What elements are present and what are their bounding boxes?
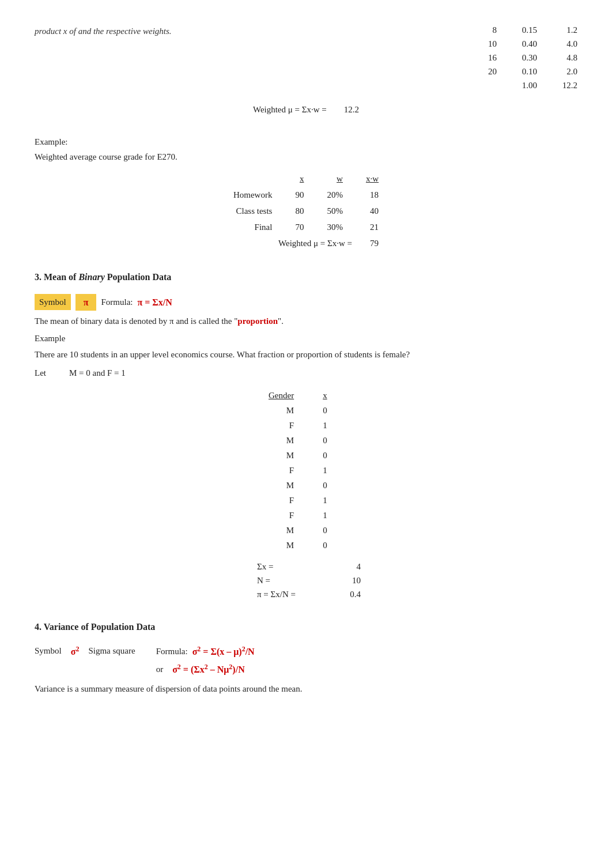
n-value: 10 <box>352 573 361 587</box>
variance-formula-line2: or σ2 = (Σx2 – Nμ2)/N <box>156 662 255 677</box>
gender-cell: M <box>251 403 305 418</box>
table-row: M0 <box>251 433 345 448</box>
x-cell: 0 <box>305 538 345 553</box>
section4-number: 4. <box>35 622 41 632</box>
x-cell: 0 <box>305 403 345 418</box>
x-cell: 0 <box>305 523 345 538</box>
variance-sigma-plain: Sigma square <box>88 644 135 658</box>
course-weighted-value: 79 <box>354 235 390 251</box>
gender-cell: M <box>251 538 305 553</box>
table-row: M0 <box>251 523 345 538</box>
row-w: 20% <box>315 187 354 203</box>
x-cell: 0 <box>305 448 345 463</box>
gender-col-header: Gender <box>251 388 305 403</box>
section3-title-italic: Binary <box>78 272 104 282</box>
x-cell: 1 <box>305 493 345 508</box>
intro-section: product x of and the respective weights.… <box>35 23 577 116</box>
gender-table-header: Gender x <box>251 388 345 403</box>
variance-formula-col: Formula: σ2 = Σ(x – μ)2/N or σ2 = (Σx2 –… <box>156 644 255 677</box>
table-row: M0 <box>251 538 345 553</box>
table-row: F1 <box>251 493 345 508</box>
course-weighted-row: Weighted μ = Σx·w = 79 <box>222 235 390 251</box>
gender-cell: F <box>251 418 305 433</box>
col-w-header: w <box>315 171 354 187</box>
pi-label: π = Σx/N = <box>257 587 296 601</box>
formula-value1: σ2 = Σ(x – μ)2/N <box>192 644 255 659</box>
n-label: N = <box>257 573 270 587</box>
table-row: F1 <box>251 418 345 433</box>
sum-x-label: Σx = <box>257 560 273 573</box>
example-text: There are 10 students in an upper level … <box>35 348 577 361</box>
gender-table-container: Gender x M0 F1 M0 M0 F1 M0 F1 F1 M0 M0 <box>251 388 361 601</box>
section3-symbol-row: Symbol π Formula: π = Σx/N <box>35 294 577 311</box>
col-xw-header: x·w <box>354 171 390 187</box>
table-row: F1 <box>251 508 345 523</box>
gender-table: Gender x M0 F1 M0 M0 F1 M0 F1 F1 M0 M0 <box>251 388 345 553</box>
variance-symbol-row: Symbol σ2 Sigma square Formula: σ2 = Σ(x… <box>35 644 577 677</box>
col-w: 0.15 0.40 0.30 0.10 1.00 <box>514 23 537 92</box>
let-value: M = 0 and F = 1 <box>69 366 126 380</box>
or-label: or <box>156 662 164 676</box>
weighted-mu-row: Weighted μ = Σx·w = 12.2 <box>35 103 577 116</box>
let-label: Let <box>35 366 46 380</box>
table-row: Final 70 30% 21 <box>222 219 390 235</box>
table-row: M0 <box>251 448 345 463</box>
course-table-header: x w x·w <box>222 171 390 187</box>
gender-cell: M <box>251 448 305 463</box>
variance-formula-line1: Formula: σ2 = Σ(x – μ)2/N <box>156 644 255 659</box>
row-label: Class tests <box>222 203 284 219</box>
weighted-mu-label: Weighted μ = Σx·w = <box>253 103 327 116</box>
variance-symbol-label: Symbol <box>35 644 62 658</box>
formula-value: π = Σx/N <box>137 295 172 310</box>
section4-title-text: Variance of Population Data <box>44 622 156 632</box>
section3: 3. Mean of Binary Population Data Symbol… <box>35 270 577 601</box>
row-x: 70 <box>284 219 315 235</box>
pi-value: 0.4 <box>350 587 361 601</box>
gender-cell: F <box>251 508 305 523</box>
gender-cell: F <box>251 463 305 478</box>
table-row: M0 <box>251 403 345 418</box>
proportion-description: The mean of binary data is denoted by π … <box>35 314 577 328</box>
col-x-header: x <box>284 171 315 187</box>
row-x: 90 <box>284 187 315 203</box>
x-cell: 0 <box>305 478 345 493</box>
section3-title: 3. Mean of Binary Population Data <box>35 270 577 287</box>
weighted-mu-value: 12.2 <box>344 103 359 116</box>
row-x: 80 <box>284 203 315 219</box>
n-row: N = 10 <box>257 573 361 587</box>
sum-x-row: Σx = 4 <box>257 560 361 573</box>
col-label-header <box>222 171 284 187</box>
gender-cell: F <box>251 493 305 508</box>
row-xw: 18 <box>354 187 390 203</box>
table-row: F1 <box>251 463 345 478</box>
example-heading: Example <box>35 331 577 345</box>
section3-title-plain: Mean of <box>44 272 78 282</box>
table-row: M0 <box>251 478 345 493</box>
x-cell: 1 <box>305 508 345 523</box>
sum-x-value: 4 <box>357 560 361 573</box>
col-x: 8 10 16 20 <box>479 23 497 92</box>
row-w: 50% <box>315 203 354 219</box>
course-grade-table: x w x·w Homework 90 20% 18 Class tests 8… <box>222 171 390 251</box>
section4: 4. Variance of Population Data Symbol σ2… <box>35 620 577 695</box>
course-weighted-label: Weighted μ = Σx·w = <box>222 235 354 251</box>
formula-value2: σ2 = (Σx2 – Nμ2)/N <box>172 662 245 677</box>
section3-title-rest: Population Data <box>105 272 172 282</box>
col-xw: 1.2 4.0 4.8 2.0 12.2 <box>554 23 577 92</box>
table-row: Class tests 80 50% 40 <box>222 203 390 219</box>
formula-label1: Formula: <box>156 644 188 658</box>
let-row: Let M = 0 and F = 1 <box>35 366 577 380</box>
variance-description: Variance is a summary measure of dispers… <box>35 682 577 696</box>
intro-text: product x of and the respective weights. <box>35 23 468 38</box>
pi-row: π = Σx/N = 0.4 <box>257 587 361 601</box>
variance-symbol-value: σ2 <box>71 644 80 659</box>
row-label: Final <box>222 219 284 235</box>
row-label: Homework <box>222 187 284 203</box>
gender-cell: M <box>251 523 305 538</box>
table-row: Homework 90 20% 18 <box>222 187 390 203</box>
gender-cell: M <box>251 478 305 493</box>
intro-data-table: 8 10 16 20 0.15 0.40 0.30 0.10 1.00 1.2 … <box>479 23 577 92</box>
example-desc: Weighted average course grade for E270. <box>35 150 577 164</box>
proportion-word: proportion <box>237 316 278 326</box>
example-label: Example: <box>35 135 577 149</box>
